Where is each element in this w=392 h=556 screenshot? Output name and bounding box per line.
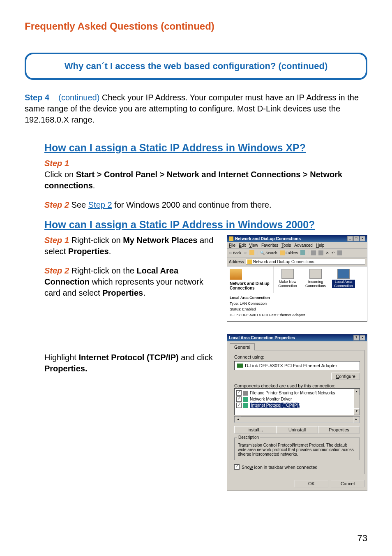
menu-view[interactable]: View [249, 243, 258, 248]
icon-make-new-label: Make New Connection [276, 280, 299, 288]
w2k-step2-b2: Properties [102, 288, 143, 297]
toolbar-icon-2[interactable] [318, 250, 323, 255]
dialog-close-button[interactable]: × [360, 335, 365, 341]
xp-step2-label: Step 2 [44, 200, 69, 209]
views-button[interactable] [337, 250, 342, 255]
heading-2000: How can I assign a Static IP Address in … [44, 219, 367, 231]
xp-step1-bold: Start > Control Panel > Network and Inte… [44, 170, 342, 190]
item-label: Network Monitor Driver [250, 397, 292, 401]
w2k-step2-t3: . [143, 288, 145, 297]
checkbox-icon[interactable]: ✓ [236, 396, 242, 402]
folders-icon [280, 250, 285, 255]
cancel-button[interactable]: Cancel [331, 480, 364, 487]
folder-up-icon [249, 250, 254, 255]
w2k-step3-t1: Highlight [44, 353, 78, 362]
properties-button[interactable]: Properties [318, 426, 360, 433]
menu-advanced[interactable]: Advanced [294, 243, 312, 248]
delete-button[interactable]: ✕ [326, 251, 329, 255]
xp-step1-post: . [93, 181, 95, 190]
description-legend: Description [237, 435, 260, 440]
undo-button[interactable]: ↶ [332, 251, 335, 255]
window-title: Network and Dial-up Connections [235, 236, 301, 241]
nic-name: D-Link DFE-530TX PCI Fast Ethernet Adapt… [245, 363, 337, 368]
info-status: Status: Enabled [230, 307, 364, 311]
nic-box: D-Link DFE-530TX PCI Fast Ethernet Adapt… [234, 361, 360, 370]
menu-tools[interactable]: Tools [281, 243, 291, 248]
menubar: File Edit View Favorites Tools Advanced … [227, 242, 367, 249]
checkbox-icon[interactable]: ✓ [236, 390, 242, 396]
menu-file[interactable]: File [229, 243, 235, 248]
heading-xp: How can I assign a Static IP Address in … [44, 142, 367, 154]
menu-help[interactable]: Help [316, 243, 325, 248]
step4-label: Step 4 [25, 93, 49, 102]
step2-link[interactable]: Step 2 [88, 200, 112, 209]
tab-general[interactable]: General [230, 343, 255, 350]
xp-step2: Step 2 See Step 2 for Windows 2000 and c… [44, 199, 363, 211]
page-title: Frequently Asked Questions (continued) [25, 21, 367, 32]
up-button[interactable] [249, 250, 254, 256]
folder-icon [229, 236, 233, 241]
w2k-step3-b1: Internet Protocol (TCP/IP) [78, 353, 178, 362]
help-button[interactable]: ? [353, 335, 359, 341]
folder-info-pane: Local Area Connection Type: LAN Connecti… [227, 293, 367, 321]
item-label: File and Printer Sharing for Microsoft N… [250, 391, 335, 395]
w2k-step2: Step 2 Right-click on the Local Area Con… [44, 265, 219, 299]
w2k-step3: Highlight Internet Protocol (TCP/IP) and… [44, 352, 219, 374]
maximize-button[interactable]: □ [353, 236, 359, 241]
menu-favorites[interactable]: Favorites [261, 243, 278, 248]
forward-button[interactable]: ⇒ [244, 251, 247, 255]
scrollbar-horizontal[interactable]: ◂ ▸ [234, 416, 360, 423]
step4-continued: (continued) [58, 93, 99, 102]
icon-make-new[interactable]: Make New Connection [276, 269, 299, 288]
w2k-step1-t1: Right-click on [69, 236, 123, 245]
protocol-icon [243, 403, 248, 408]
show-icon-row[interactable]: ✓ Show icon in taskbar when connected [234, 464, 360, 470]
menu-edit[interactable]: Edit [239, 243, 246, 248]
incoming-icon [309, 269, 322, 279]
scroll-left-icon[interactable]: ◂ [235, 417, 241, 423]
search-button[interactable]: 🔍Search [260, 251, 277, 255]
toolbar-icon-1[interactable] [311, 250, 316, 255]
minimize-button[interactable]: _ [347, 236, 353, 241]
scroll-up-icon[interactable]: ▴ [354, 389, 360, 395]
info-name: Local Area Connection [230, 296, 364, 300]
icon-local-area-label: Local Area Connection [332, 280, 355, 288]
dialog-title: Local Area Connection Properties [229, 336, 295, 340]
xp-step2-post: for Windows 2000 and continue from there… [112, 200, 272, 209]
list-item[interactable]: ✓ Network Monitor Driver [236, 396, 358, 402]
list-item-selected[interactable]: ✓ Internet Protocol (TCP/IP) [236, 402, 358, 408]
icon-incoming[interactable]: Incoming Connections [304, 269, 327, 288]
uninstall-button[interactable]: Uninstall [276, 426, 318, 433]
close-button[interactable]: × [360, 236, 365, 241]
list-item[interactable]: ✓ File and Printer Sharing for Microsoft… [236, 390, 358, 396]
folders-button[interactable]: Folders [280, 250, 298, 255]
icon-local-area[interactable]: Local Area Connection [332, 269, 355, 288]
info-device: D-Link DFE-530TX PCI Fast Ethernet Adapt… [230, 313, 364, 317]
folder-left-title: Network and Dial-up Connections [230, 281, 271, 290]
page-number: 73 [357, 533, 367, 544]
address-bar: Address Network and Dial-up Connections [227, 257, 367, 266]
screenshot-lac-properties: Local Area Connection Properties ? × Gen… [227, 334, 367, 491]
components-label: Components checked are used by this conn… [234, 383, 360, 388]
w2k-step3-b2: Properties. [44, 364, 87, 373]
components-list[interactable]: ✓ File and Printer Sharing for Microsoft… [234, 388, 360, 415]
configure-button[interactable]: Configure [331, 373, 360, 380]
install-button[interactable]: Install... [234, 426, 276, 433]
back-button[interactable]: ⇐Back [229, 251, 241, 255]
checkbox-icon[interactable]: ✓ [236, 403, 242, 408]
history-button[interactable] [300, 250, 305, 256]
xp-step1: Step 1 Click on Start > Control Panel > … [44, 158, 363, 191]
address-label: Address [229, 259, 244, 264]
connect-using-label: Connect using: [234, 354, 360, 359]
address-icon [247, 259, 252, 264]
scrollbar-vertical[interactable]: ▴ ▾ [354, 389, 360, 415]
scroll-right-icon[interactable]: ▸ [353, 417, 360, 423]
description-group: Description Transmission Control Protoco… [234, 438, 360, 460]
address-input[interactable]: Network and Dial-up Connections [246, 259, 365, 265]
scroll-down-icon[interactable]: ▾ [354, 408, 360, 415]
ok-button[interactable]: OK [295, 480, 328, 487]
description-text: Transmission Control Protocol/Internet P… [238, 443, 354, 456]
checkbox-icon[interactable]: ✓ [234, 464, 240, 470]
item-label: Internet Protocol (TCP/IP) [250, 403, 300, 408]
folder-large-icon [230, 269, 242, 280]
